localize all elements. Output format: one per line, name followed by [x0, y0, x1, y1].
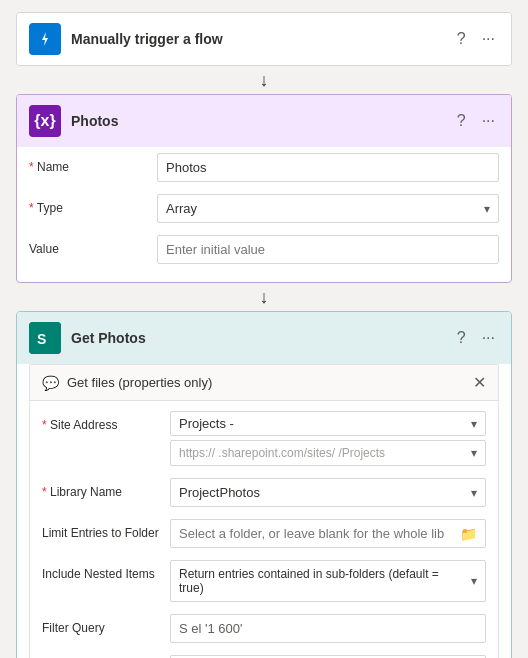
filter-query-label: Filter Query: [42, 614, 162, 635]
limit-folder-row: Limit Entries to Folder 📁: [42, 513, 486, 554]
site-address-url-input[interactable]: https:// .sharepoint.com/sites/ /Project…: [170, 440, 486, 466]
arrow-1: ↓: [260, 66, 269, 94]
trigger-card-header[interactable]: Manually trigger a flow ? ···: [17, 13, 511, 65]
site-address-chevron-icon: ▾: [463, 417, 485, 431]
lightning-icon: [35, 29, 55, 49]
limit-folder-field[interactable]: [171, 520, 452, 547]
subpanel-close-icon[interactable]: ✕: [473, 373, 486, 392]
site-address-top-input[interactable]: Projects - ▾: [170, 411, 486, 436]
get-photos-more-icon[interactable]: ···: [478, 327, 499, 349]
arrow-2: ↓: [260, 283, 269, 311]
trigger-help-icon[interactable]: ?: [453, 28, 470, 50]
filter-query-input[interactable]: S el '1 600': [170, 614, 486, 643]
photos-value-input[interactable]: [157, 235, 499, 264]
chat-icon: 💬: [42, 375, 59, 391]
photos-title: Photos: [71, 113, 443, 129]
photos-value-row: Value: [29, 229, 499, 270]
site-address-row: * Site Address Projects - ▾ https:// .sh…: [42, 405, 486, 472]
site-address-container: Projects - ▾ https:// .sharepoint.com/si…: [170, 411, 486, 466]
nested-items-select[interactable]: Return entries contained in sub-folders …: [170, 560, 486, 602]
library-chevron-down-icon: ▾: [463, 486, 485, 500]
trigger-more-icon[interactable]: ···: [478, 28, 499, 50]
subpanel-title: Get files (properties only): [67, 375, 465, 390]
get-photos-title: Get Photos: [71, 330, 443, 346]
photos-name-row: * Name: [29, 147, 499, 188]
filter-query-row: Filter Query S el '1 600': [42, 608, 486, 649]
library-name-row: * Library Name ProjectPhotos ▾: [42, 472, 486, 513]
photos-name-input[interactable]: [157, 153, 499, 182]
get-files-subpanel: 💬 Get files (properties only) ✕ * Site A…: [29, 364, 499, 658]
limit-folder-label: Limit Entries to Folder: [42, 519, 162, 540]
photos-card-header[interactable]: {x} Photos ? ···: [17, 95, 511, 147]
sharepoint-icon: S: [29, 322, 61, 354]
site-address-url-chevron-icon: ▾: [463, 446, 485, 460]
photos-more-icon[interactable]: ···: [478, 110, 499, 132]
library-name-select[interactable]: ProjectPhotos ▾: [170, 478, 486, 507]
trigger-card: Manually trigger a flow ? ···: [16, 12, 512, 66]
svg-text:S: S: [37, 331, 46, 347]
subpanel-header: 💬 Get files (properties only) ✕: [30, 365, 498, 401]
limit-folder-input[interactable]: 📁: [170, 519, 486, 548]
photos-variable-card: {x} Photos ? ··· * Name * Type: [16, 94, 512, 283]
nested-items-row: Include Nested Items Return entries cont…: [42, 554, 486, 608]
site-address-url-text: https:// .sharepoint.com/sites/ /Project…: [171, 441, 463, 465]
photos-actions: ? ···: [453, 110, 499, 132]
get-photos-help-icon[interactable]: ?: [453, 327, 470, 349]
folder-icon: 📁: [452, 526, 485, 542]
photos-icon: {x}: [29, 105, 61, 137]
photos-type-value: Array: [158, 195, 476, 222]
site-address-label: * Site Address: [42, 411, 162, 432]
library-name-label: * Library Name: [42, 478, 162, 499]
photos-name-label: * Name: [29, 153, 149, 174]
type-chevron-down-icon: ▾: [476, 202, 498, 216]
trigger-actions: ? ···: [453, 28, 499, 50]
photos-type-label: * Type: [29, 194, 149, 215]
get-photos-card: S Get Photos ? ··· 💬 Get files (properti…: [16, 311, 512, 658]
photos-body: * Name * Type Array ▾ Value: [17, 147, 511, 282]
photos-help-icon[interactable]: ?: [453, 110, 470, 132]
photos-type-row: * Type Array ▾: [29, 188, 499, 229]
library-name-value: ProjectPhotos: [171, 479, 463, 506]
get-photos-header[interactable]: S Get Photos ? ···: [17, 312, 511, 364]
trigger-title: Manually trigger a flow: [71, 31, 443, 47]
photos-value-label: Value: [29, 235, 149, 256]
nested-items-value: Return entries contained in sub-folders …: [171, 561, 463, 601]
photos-type-select[interactable]: Array ▾: [157, 194, 499, 223]
site-address-name: Projects -: [171, 412, 463, 435]
subpanel-body: * Site Address Projects - ▾ https:// .sh…: [30, 401, 498, 658]
nested-items-chevron-icon: ▾: [463, 574, 485, 588]
get-photos-icon: S: [29, 322, 61, 354]
trigger-icon: [29, 23, 61, 55]
order-by-row: Order By: [42, 649, 486, 658]
get-photos-actions: ? ···: [453, 327, 499, 349]
nested-items-label: Include Nested Items: [42, 560, 162, 581]
